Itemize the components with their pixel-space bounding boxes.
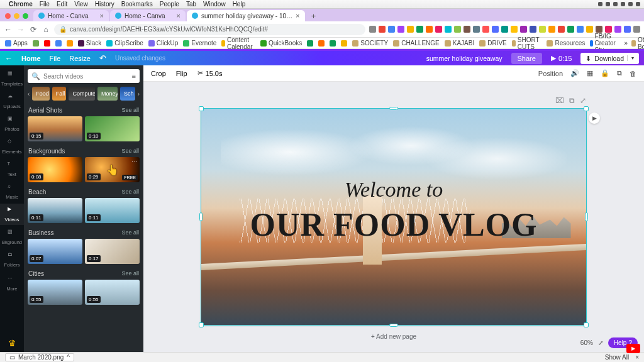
search-box[interactable]: 🔍 ≡ bbox=[28, 69, 140, 83]
close-icon[interactable]: × bbox=[177, 12, 180, 19]
bm-evernote[interactable]: Evernote bbox=[183, 40, 216, 47]
rail-folders[interactable]: 🗀Folders bbox=[0, 249, 24, 270]
forward-button[interactable]: → bbox=[16, 25, 25, 34]
video-thumb[interactable]: ⋯ 👆 0:29 FREE bbox=[85, 157, 140, 182]
see-all-link[interactable]: See all bbox=[121, 270, 139, 277]
transparency-icon[interactable]: ▦ bbox=[587, 69, 593, 77]
title-line2[interactable]: OUR FOOD VLOG bbox=[201, 206, 586, 243]
video-thumb[interactable]: 0:11 bbox=[28, 198, 82, 223]
chip-fall[interactable]: Fall bbox=[52, 87, 67, 101]
chevron-up-icon[interactable]: ^ bbox=[67, 354, 70, 361]
search-input[interactable] bbox=[43, 73, 129, 80]
video-thumb[interactable]: 0:17 bbox=[85, 239, 140, 264]
page-play-button[interactable]: ▶ bbox=[589, 112, 600, 124]
fullscreen-icon[interactable]: ⤢ bbox=[598, 339, 603, 346]
rail-uploads[interactable]: ☁Uploads bbox=[0, 90, 24, 112]
chip-school[interactable]: Sch bbox=[120, 87, 135, 101]
menu-window[interactable]: Window bbox=[203, 1, 226, 8]
add-page-button[interactable]: + Add new page bbox=[371, 333, 416, 340]
zoom-percent[interactable]: 60% bbox=[580, 339, 593, 346]
bm-quickbooks[interactable]: QuickBooks bbox=[260, 40, 302, 47]
chip-computer[interactable]: Computer bbox=[69, 87, 94, 101]
resize-handle[interactable] bbox=[199, 106, 204, 111]
new-tab-button[interactable]: + bbox=[309, 11, 319, 21]
bm-sheet1[interactable] bbox=[307, 40, 313, 47]
video-thumb[interactable]: 0:55 bbox=[85, 280, 140, 305]
resize-menu[interactable]: Resize bbox=[69, 55, 91, 62]
lock-icon[interactable]: 🔒 bbox=[601, 69, 609, 77]
back-icon[interactable]: ← bbox=[5, 54, 13, 63]
menu-edit[interactable]: Edit bbox=[57, 1, 67, 8]
video-element[interactable]: Welcome to OUR FOOD VLOG bbox=[201, 109, 586, 325]
resize-handle[interactable] bbox=[389, 324, 398, 327]
crown-icon[interactable]: ♛ bbox=[8, 338, 16, 348]
resize-handle[interactable] bbox=[585, 212, 588, 221]
resize-handle[interactable] bbox=[584, 322, 589, 327]
undo-icon[interactable]: ↶ bbox=[99, 53, 106, 63]
bm-mystery2[interactable] bbox=[44, 40, 50, 47]
bm-clickup[interactable]: ClickUp bbox=[148, 40, 178, 47]
menu-tab[interactable]: Tab bbox=[186, 1, 196, 8]
chip-food[interactable]: Food bbox=[32, 87, 49, 101]
rail-elements[interactable]: ◇Elements bbox=[0, 136, 24, 157]
chevron-down-icon[interactable]: ▾ bbox=[627, 55, 634, 61]
resize-handle[interactable] bbox=[584, 106, 589, 111]
video-thumb[interactable]: 0:11 bbox=[85, 198, 140, 223]
download-button[interactable]: ⬇Download▾ bbox=[580, 53, 639, 64]
rail-templates[interactable]: ▦Templates bbox=[0, 68, 24, 89]
browser-tab-3[interactable]: summer holiday giveaway - 10…× bbox=[187, 10, 305, 21]
address-bar[interactable]: 🔒 canva.com/design/DAEHt-EG3aw/cYSkUwlCW… bbox=[54, 24, 365, 35]
bm-sheet3[interactable] bbox=[330, 40, 336, 47]
extension-icons[interactable] bbox=[369, 26, 640, 33]
rail-text[interactable]: TText bbox=[0, 158, 24, 180]
menu-people[interactable]: People bbox=[160, 1, 179, 8]
chip-prev[interactable]: ‹ bbox=[28, 90, 30, 97]
rail-photos[interactable]: ▣Photos bbox=[0, 113, 24, 134]
see-all-link[interactable]: See all bbox=[121, 229, 139, 236]
see-all-link[interactable]: See all bbox=[121, 107, 139, 114]
expand-icon[interactable]: ⤢ bbox=[580, 96, 586, 105]
crop-button[interactable]: Crop bbox=[151, 70, 166, 77]
trash-icon[interactable]: 🗑 bbox=[630, 70, 636, 77]
rail-background[interactable]: ▧Bkground bbox=[0, 226, 24, 248]
bm-other[interactable]: Other Bookmarks bbox=[631, 36, 644, 50]
video-thumb[interactable]: 0:10 bbox=[85, 116, 140, 141]
thumb-menu-icon[interactable]: ⋯ bbox=[131, 158, 138, 165]
close-icon[interactable]: × bbox=[296, 12, 299, 19]
share-button[interactable]: Share bbox=[511, 53, 542, 64]
menu-view[interactable]: View bbox=[74, 1, 88, 8]
browser-tab-2[interactable]: Home - Canva× bbox=[110, 10, 186, 21]
show-all-downloads[interactable]: Show All bbox=[605, 354, 629, 361]
bm-shortcuts[interactable]: SHORT CUTS bbox=[512, 36, 542, 50]
browser-tab-1[interactable]: Home - Canva× bbox=[33, 10, 109, 21]
chip-money[interactable]: Money bbox=[97, 87, 118, 101]
menu-history[interactable]: History bbox=[95, 1, 114, 8]
home-link[interactable]: Home bbox=[21, 55, 41, 62]
bm-sheet2[interactable] bbox=[318, 40, 325, 47]
window-controls[interactable] bbox=[5, 13, 28, 19]
bm-kajabi[interactable]: KAJABI bbox=[445, 40, 474, 47]
copy-icon[interactable]: ⧉ bbox=[569, 96, 575, 105]
close-icon[interactable]: × bbox=[100, 12, 104, 19]
bm-mystery1[interactable] bbox=[33, 40, 39, 47]
comment-icon[interactable]: ⌧ bbox=[555, 96, 564, 105]
filter-icon[interactable]: ≡ bbox=[132, 72, 136, 80]
resize-handle[interactable] bbox=[199, 322, 204, 327]
flip-button[interactable]: Flip bbox=[176, 70, 187, 77]
document-title[interactable]: summer holiday giveaway bbox=[426, 55, 502, 62]
bm-apps[interactable]: Apps bbox=[5, 40, 28, 47]
video-thumb[interactable]: 0:08 bbox=[28, 157, 82, 182]
app-name[interactable]: Chrome bbox=[9, 1, 33, 8]
duration-control[interactable]: ✂15.0s bbox=[197, 69, 223, 77]
video-thumb[interactable]: 0:55 bbox=[28, 280, 82, 305]
rail-videos[interactable]: ▶Videos bbox=[0, 204, 24, 225]
close-icon[interactable]: × bbox=[635, 354, 639, 361]
menu-bookmarks[interactable]: Bookmarks bbox=[121, 1, 153, 8]
see-all-link[interactable]: See all bbox=[121, 148, 139, 155]
bm-mystery3[interactable] bbox=[55, 40, 62, 47]
see-all-link[interactable]: See all bbox=[121, 189, 139, 195]
position-button[interactable]: Position bbox=[538, 70, 563, 77]
canvas-page[interactable]: ⌧ ⧉ ⤢ Welcome to OUR FOOD VLOG bbox=[201, 109, 586, 325]
download-chip[interactable]: ▭ March 2020.png ^ bbox=[5, 353, 74, 361]
bm-overflow[interactable]: » bbox=[625, 40, 628, 47]
